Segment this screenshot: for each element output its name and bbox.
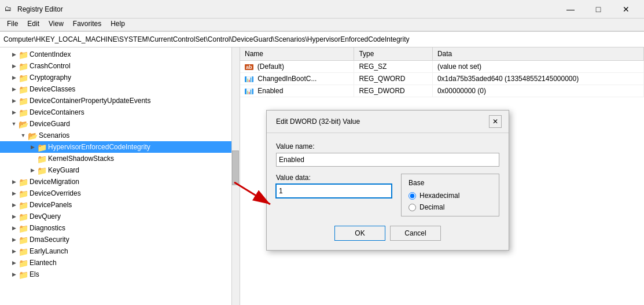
tree-item-diagnostics[interactable]: ▶ 📁 Diagnostics (0, 222, 240, 234)
row-type-enabled: REG_DWORD (354, 84, 433, 97)
tree-item-devicecontainers[interactable]: ▶ 📁 DeviceContainers (0, 106, 240, 118)
tree-toggle: ▼ (9, 119, 19, 128)
tree-label: ContentIndex (30, 50, 71, 58)
value-name-input[interactable] (276, 153, 499, 167)
tree-toggle: ▶ (9, 189, 19, 198)
edit-dword-dialog: Edit DWORD (32-bit) Value ✕ Value name: … (266, 110, 509, 251)
tree-item-cryptography[interactable]: ▶ 📁 Cryptography (0, 72, 240, 83)
row-name-enabled: 📊 Enabled (240, 84, 354, 97)
tree-label: HypervisorEnforcedCodeIntegrity (48, 143, 150, 151)
maximize-button[interactable]: □ (585, 0, 612, 19)
tree-label: EarlyLaunch (30, 247, 68, 255)
tree-label: KeyGuard (48, 166, 79, 174)
folder-icon: 📁 (19, 270, 28, 278)
tree-toggle: ▶ (9, 73, 19, 82)
tree-item-devquery[interactable]: ▶ 📁 DevQuery (0, 211, 240, 222)
tree-item-kernelshadow[interactable]: ▶ 📁 KernelShadowStacks (0, 153, 240, 164)
tree-item-crashcontrol[interactable]: ▶ 📁 CrashControl (0, 60, 240, 72)
tree-label: Els (30, 270, 39, 278)
tree-item-devicemigration[interactable]: ▶ 📁 DeviceMigration (0, 176, 240, 188)
tree-toggle: ▶ (9, 200, 19, 210)
close-button[interactable]: ✕ (613, 0, 639, 19)
tree-toggle: ▶ (9, 108, 19, 117)
radio-hexadecimal[interactable] (409, 192, 416, 200)
tree-toggle: ▶ (9, 247, 19, 256)
tree-label: DeviceContainerPropertyUpdateEvents (30, 97, 150, 105)
window-controls: — □ ✕ (557, 0, 639, 19)
tree-item-els[interactable]: ▶ 📁 Els (0, 269, 240, 280)
base-label: Base (409, 179, 492, 187)
row-type-default: REG_SZ (354, 60, 433, 72)
tree-item-dmasecurity[interactable]: ▶ 📁 DmaSecurity (0, 234, 240, 245)
tree-toggle: ▶ (9, 235, 19, 244)
tree-toggle: ▶ (9, 270, 19, 279)
dialog-row: Value data: Base Hexadecimal Decimal (276, 174, 499, 216)
folder-icon: 📁 (19, 212, 28, 221)
tree-toggle: ▶ (9, 212, 19, 221)
tree-label: DevQuery (30, 212, 61, 221)
tree-item-contentindex[interactable]: ▶ 📁 ContentIndex (0, 49, 240, 60)
value-data-input[interactable] (276, 184, 392, 198)
menu-file[interactable]: File (2, 19, 23, 31)
row-data-default: (value not set) (432, 60, 643, 72)
ok-button[interactable]: OK (334, 226, 385, 241)
radio-hex-text: Hexadecimal (419, 192, 459, 200)
dialog-close-button[interactable]: ✕ (489, 115, 502, 128)
radio-group: Hexadecimal Decimal (409, 192, 492, 211)
dialog-left: Value data: (276, 174, 392, 198)
cancel-button[interactable]: Cancel (390, 226, 441, 241)
menu-favorites[interactable]: Favorites (68, 19, 106, 31)
tree-label: Scenarios (39, 131, 69, 139)
tree-toggle: ▶ (9, 258, 19, 267)
row-icon-ab: ab (245, 64, 253, 70)
table-row[interactable]: 📊 Enabled REG_DWORD 0x00000000 (0) (240, 84, 644, 97)
folder-icon: 📁 (37, 166, 46, 174)
tree-label: Elantech (30, 259, 57, 267)
radio-decimal[interactable] (409, 204, 416, 211)
folder-icon: 📁 (19, 178, 28, 186)
table-row[interactable]: 📊 ChangedInBootC... REG_QWORD 0x1da75b35… (240, 72, 644, 84)
tree-toggle: ▶ (28, 142, 37, 152)
folder-icon: 📁 (19, 189, 28, 197)
address-bar: Computer\HKEY_LOCAL_MACHINE\SYSTEM\Curre… (0, 31, 644, 47)
tree-label: Diagnostics (30, 224, 65, 232)
tree-item-earlylaunch[interactable]: ▶ 📁 EarlyLaunch (0, 245, 240, 257)
title-bar: 🗂 Registry Editor — □ ✕ (0, 0, 644, 19)
tree-toggle: ▶ (9, 223, 19, 233)
dialog-titlebar: Edit DWORD (32-bit) Value ✕ (267, 111, 509, 133)
menu-bar: File Edit View Favorites Help (0, 19, 644, 31)
app-icon: 🗂 (5, 5, 14, 14)
menu-help[interactable]: Help (106, 19, 130, 31)
tree-item-devicecontainer-events[interactable]: ▶ 📁 DeviceContainerPropertyUpdateEvents (0, 95, 240, 106)
menu-edit[interactable]: Edit (23, 19, 44, 31)
tree-item-deviceoverrides[interactable]: ▶ 📁 DeviceOverrides (0, 188, 240, 199)
tree-item-scenarios[interactable]: ▼ 📂 Scenarios (0, 130, 240, 141)
tree-toggle: ▼ (19, 131, 28, 140)
tree-item-keyguard[interactable]: ▶ 📁 KeyGuard (0, 164, 240, 176)
col-header-name: Name (240, 47, 354, 60)
folder-icon: 📁 (19, 236, 28, 244)
tree-item-devicepanels[interactable]: ▶ 📁 DevicePanels (0, 199, 240, 211)
tree-label: DeviceContainers (30, 108, 84, 116)
tree-scrollbar[interactable] (231, 47, 240, 305)
row-name-changedinboot: 📊 ChangedInBootC... (240, 72, 354, 84)
tree-item-deviceguard[interactable]: ▼ 📂 DeviceGuard (0, 118, 240, 130)
col-header-type: Type (354, 47, 433, 60)
minimize-button[interactable]: — (557, 0, 584, 19)
radio-hex-label[interactable]: Hexadecimal (409, 192, 492, 200)
folder-icon: 📁 (19, 62, 28, 70)
tree-item-elantech[interactable]: ▶ 📁 Elantech (0, 257, 240, 269)
radio-dec-text: Decimal (419, 203, 444, 211)
folder-icon: 📁 (19, 224, 28, 232)
tree-scrollbar-thumb[interactable] (232, 150, 239, 185)
menu-view[interactable]: View (44, 19, 68, 31)
tree-item-hypervisor[interactable]: ▶ 📁 HypervisorEnforcedCodeIntegrity (0, 141, 240, 153)
tree-toggle: ▶ (9, 96, 19, 105)
radio-dec-label[interactable]: Decimal (409, 203, 492, 211)
tree-label: Cryptography (30, 74, 71, 82)
tree-item-deviceclasses[interactable]: ▶ 📁 DeviceClasses (0, 83, 240, 95)
table-row[interactable]: ab (Default) REG_SZ (value not set) (240, 60, 644, 72)
row-data-enabled: 0x00000000 (0) (432, 84, 643, 97)
value-name-label: Value name: (276, 142, 499, 150)
dialog-title: Edit DWORD (32-bit) Value (276, 117, 489, 126)
